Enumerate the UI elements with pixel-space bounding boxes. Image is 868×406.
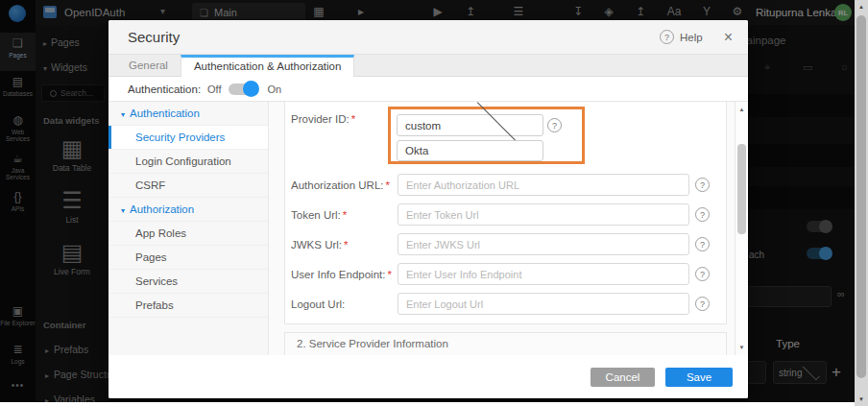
help-icon[interactable]: ? xyxy=(660,30,674,44)
toggle-on-label: On xyxy=(267,84,281,95)
window-scrollbar[interactable]: ▲ ▼ xyxy=(855,0,868,406)
close-icon[interactable]: × xyxy=(724,30,733,45)
security-nav-label: Authentication xyxy=(130,107,200,119)
dialog-tab[interactable]: General xyxy=(116,55,181,76)
security-nav-label: App Roles xyxy=(135,227,186,239)
provider-form: Provider ID:* custom ? xyxy=(269,102,748,355)
required-star: * xyxy=(343,209,347,221)
required-star: * xyxy=(386,179,390,191)
help-link[interactable]: Help xyxy=(680,32,703,43)
form-row: JWKS Url:* ? xyxy=(285,229,726,259)
provider-id-value: custom xyxy=(405,120,470,131)
security-nav-item[interactable]: ▾Login Configuration xyxy=(108,150,268,174)
dialog-footer: Cancel Save xyxy=(108,355,748,398)
required-star: * xyxy=(387,269,391,280)
security-dialog: Security ? Help × General Authentication… xyxy=(108,20,748,398)
authentication-label: Authentication: xyxy=(128,84,207,95)
chevron-down-icon: ▾ xyxy=(121,110,125,119)
scroll-down-icon[interactable]: ▼ xyxy=(855,396,868,402)
security-nav-label: Security Providers xyxy=(135,131,225,143)
highlight-box: custom ? xyxy=(388,107,585,164)
url-input[interactable] xyxy=(398,233,689,255)
required-star: * xyxy=(344,239,348,251)
save-button[interactable]: Save xyxy=(665,368,733,387)
url-input[interactable] xyxy=(398,263,689,285)
field-label: Token Url:* xyxy=(291,209,398,221)
security-nav-label: Services xyxy=(135,275,178,287)
security-nav-item[interactable]: ▾Authorization xyxy=(108,198,268,222)
field-label-text: Token Url: xyxy=(291,209,341,221)
field-label: User Info Endpoint:* xyxy=(291,269,398,280)
form-row: Token Url:* ? xyxy=(285,200,726,229)
dialog-header: Security ? Help × xyxy=(108,20,748,55)
help-icon[interactable]: ? xyxy=(695,267,710,281)
form-row: User Info Endpoint:* ? xyxy=(285,259,726,289)
toggle-off-label: Off xyxy=(207,84,221,95)
scroll-up-icon[interactable]: ▲ xyxy=(855,4,868,10)
provider-id-label: Provider ID:* xyxy=(291,113,355,125)
field-label-text: Logout Url: xyxy=(291,299,345,310)
security-nav-label: Pages xyxy=(135,251,167,263)
field-label: Authorization URL:* xyxy=(291,179,398,191)
url-fields: Authorization URL:* ? Token Url:* xyxy=(285,170,726,319)
authentication-toggle[interactable] xyxy=(229,84,257,95)
dialog-tab[interactable]: Authentication & Authorization xyxy=(181,55,354,77)
help-icon[interactable]: ? xyxy=(547,118,562,132)
security-nav-item[interactable]: ▾App Roles xyxy=(108,222,268,246)
help-icon[interactable]: ? xyxy=(695,207,710,222)
form-row: Authorization URL:* ? xyxy=(285,170,726,200)
app-screen: OpenIDAuth ▾ ❏ Main ▦ ▸ ▶ ↥ ☰ ↧ ◈ ↥ Aa Y… xyxy=(0,0,868,406)
security-nav-label: CSRF xyxy=(135,179,165,191)
dialog-header-actions: ? Help × xyxy=(660,30,733,45)
security-nav-item[interactable]: ▾Services xyxy=(108,270,268,294)
help-icon[interactable]: ? xyxy=(695,237,710,251)
form-row: Logout Url:* ? xyxy=(285,289,726,319)
scroll-down-icon[interactable]: ▼ xyxy=(735,345,748,350)
field-label: JWKS Url:* xyxy=(291,239,398,251)
scrollbar-thumb[interactable] xyxy=(737,144,746,234)
scroll-up-icon[interactable]: ▲ xyxy=(735,107,748,112)
provider-id-select[interactable]: custom xyxy=(397,114,543,136)
provider-info-card: Provider ID:* custom ? xyxy=(284,102,727,324)
help-icon[interactable]: ? xyxy=(695,178,710,192)
service-provider-section[interactable]: 2. Service Provider Information xyxy=(284,332,727,355)
security-nav-label: Authorization xyxy=(130,203,194,215)
field-label-text: Authorization URL: xyxy=(291,179,384,191)
url-input[interactable] xyxy=(398,293,689,315)
window-bottom-edge xyxy=(0,402,855,406)
scrollbar-thumb[interactable] xyxy=(856,15,866,378)
dialog-body: ▾Authentication ▾Security Providers ▾Log… xyxy=(108,101,748,355)
security-nav: ▾Authentication ▾Security Providers ▾Log… xyxy=(108,102,269,355)
required-star: * xyxy=(351,113,355,125)
field-label-text: JWKS Url: xyxy=(291,239,342,251)
security-nav-item[interactable]: ▾Pages xyxy=(108,246,268,270)
cancel-button[interactable]: Cancel xyxy=(591,368,655,387)
dialog-tabs: General Authentication & Authorization xyxy=(108,55,748,77)
security-nav-item[interactable]: ▾CSRF xyxy=(108,174,268,198)
toggle-knob xyxy=(243,81,259,97)
authentication-toggle-row: Authentication: Off On xyxy=(108,77,748,101)
form-scrollbar[interactable]: ▲ ▼ xyxy=(735,102,748,355)
url-input[interactable] xyxy=(398,203,689,226)
field-label-text: Provider ID: xyxy=(291,113,350,125)
field-label-text: User Info Endpoint: xyxy=(291,269,385,280)
security-nav-item[interactable]: ▾Authentication xyxy=(108,102,268,126)
help-icon[interactable]: ? xyxy=(695,297,710,311)
custom-provider-input[interactable] xyxy=(397,140,543,161)
security-nav-label: Prefabs xyxy=(135,299,174,311)
security-nav-label: Login Configuration xyxy=(135,155,231,167)
security-nav-item[interactable]: ▾Security Providers xyxy=(108,126,268,150)
dialog-title: Security xyxy=(128,29,180,45)
field-label: Logout Url:* xyxy=(291,299,398,310)
url-input[interactable] xyxy=(398,174,689,196)
chevron-down-icon: ▾ xyxy=(121,206,125,215)
security-nav-item[interactable]: ▾Prefabs xyxy=(108,294,268,318)
